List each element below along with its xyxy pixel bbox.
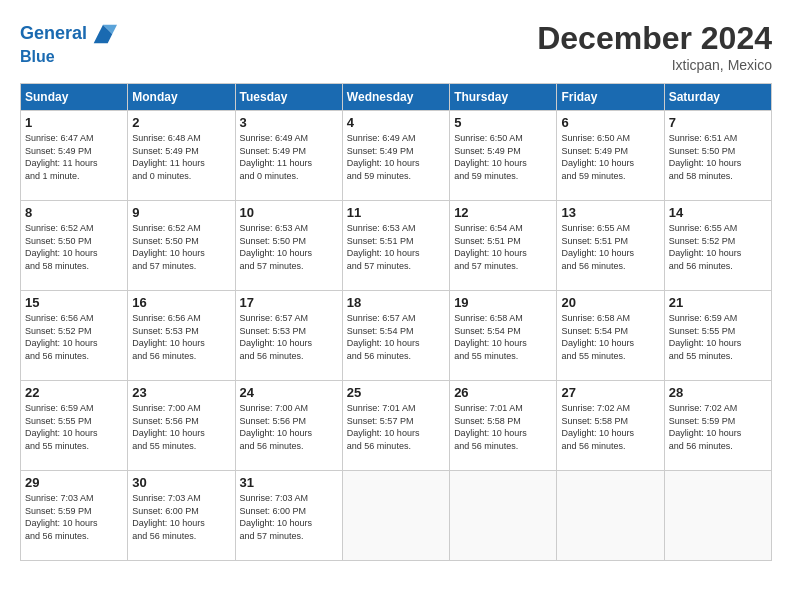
day-info: Sunrise: 6:59 AMSunset: 5:55 PMDaylight:…: [25, 402, 123, 452]
calendar-header-friday: Friday: [557, 84, 664, 111]
calendar-cell: [342, 471, 449, 561]
day-info: Sunrise: 6:50 AMSunset: 5:49 PMDaylight:…: [454, 132, 552, 182]
calendar-cell: 22Sunrise: 6:59 AMSunset: 5:55 PMDayligh…: [21, 381, 128, 471]
calendar-week-3: 15Sunrise: 6:56 AMSunset: 5:52 PMDayligh…: [21, 291, 772, 381]
day-number: 15: [25, 295, 123, 310]
day-number: 12: [454, 205, 552, 220]
day-info: Sunrise: 6:59 AMSunset: 5:55 PMDaylight:…: [669, 312, 767, 362]
day-info: Sunrise: 6:57 AMSunset: 5:54 PMDaylight:…: [347, 312, 445, 362]
day-info: Sunrise: 7:03 AMSunset: 6:00 PMDaylight:…: [132, 492, 230, 542]
day-info: Sunrise: 6:55 AMSunset: 5:52 PMDaylight:…: [669, 222, 767, 272]
day-number: 14: [669, 205, 767, 220]
day-info: Sunrise: 6:54 AMSunset: 5:51 PMDaylight:…: [454, 222, 552, 272]
calendar-cell: [557, 471, 664, 561]
day-info: Sunrise: 6:49 AMSunset: 5:49 PMDaylight:…: [240, 132, 338, 182]
calendar-week-2: 8Sunrise: 6:52 AMSunset: 5:50 PMDaylight…: [21, 201, 772, 291]
day-info: Sunrise: 7:03 AMSunset: 6:00 PMDaylight:…: [240, 492, 338, 542]
calendar-header-sunday: Sunday: [21, 84, 128, 111]
calendar-week-4: 22Sunrise: 6:59 AMSunset: 5:55 PMDayligh…: [21, 381, 772, 471]
day-number: 21: [669, 295, 767, 310]
calendar-cell: 13Sunrise: 6:55 AMSunset: 5:51 PMDayligh…: [557, 201, 664, 291]
day-info: Sunrise: 7:00 AMSunset: 5:56 PMDaylight:…: [240, 402, 338, 452]
day-number: 2: [132, 115, 230, 130]
calendar-cell: 18Sunrise: 6:57 AMSunset: 5:54 PMDayligh…: [342, 291, 449, 381]
day-number: 16: [132, 295, 230, 310]
calendar-cell: 9Sunrise: 6:52 AMSunset: 5:50 PMDaylight…: [128, 201, 235, 291]
calendar-header-tuesday: Tuesday: [235, 84, 342, 111]
day-number: 13: [561, 205, 659, 220]
day-info: Sunrise: 7:03 AMSunset: 5:59 PMDaylight:…: [25, 492, 123, 542]
calendar-cell: 30Sunrise: 7:03 AMSunset: 6:00 PMDayligh…: [128, 471, 235, 561]
calendar-cell: 19Sunrise: 6:58 AMSunset: 5:54 PMDayligh…: [450, 291, 557, 381]
day-number: 7: [669, 115, 767, 130]
logo-icon: [89, 20, 117, 48]
calendar-week-5: 29Sunrise: 7:03 AMSunset: 5:59 PMDayligh…: [21, 471, 772, 561]
day-number: 27: [561, 385, 659, 400]
day-number: 23: [132, 385, 230, 400]
calendar-cell: 10Sunrise: 6:53 AMSunset: 5:50 PMDayligh…: [235, 201, 342, 291]
calendar-header-wednesday: Wednesday: [342, 84, 449, 111]
month-title: December 2024: [537, 20, 772, 57]
day-info: Sunrise: 6:58 AMSunset: 5:54 PMDaylight:…: [454, 312, 552, 362]
title-area: December 2024 Ixticpan, Mexico: [537, 20, 772, 73]
calendar-cell: [450, 471, 557, 561]
calendar-cell: 5Sunrise: 6:50 AMSunset: 5:49 PMDaylight…: [450, 111, 557, 201]
calendar-header-row: SundayMondayTuesdayWednesdayThursdayFrid…: [21, 84, 772, 111]
calendar-cell: 6Sunrise: 6:50 AMSunset: 5:49 PMDaylight…: [557, 111, 664, 201]
day-number: 11: [347, 205, 445, 220]
calendar-cell: 31Sunrise: 7:03 AMSunset: 6:00 PMDayligh…: [235, 471, 342, 561]
calendar-cell: 20Sunrise: 6:58 AMSunset: 5:54 PMDayligh…: [557, 291, 664, 381]
calendar-cell: 17Sunrise: 6:57 AMSunset: 5:53 PMDayligh…: [235, 291, 342, 381]
calendar-header-saturday: Saturday: [664, 84, 771, 111]
day-info: Sunrise: 6:48 AMSunset: 5:49 PMDaylight:…: [132, 132, 230, 182]
logo-text: General: [20, 24, 87, 44]
day-number: 25: [347, 385, 445, 400]
day-number: 3: [240, 115, 338, 130]
calendar-cell: 1Sunrise: 6:47 AMSunset: 5:49 PMDaylight…: [21, 111, 128, 201]
header: General Blue December 2024 Ixticpan, Mex…: [20, 20, 772, 73]
day-number: 22: [25, 385, 123, 400]
calendar-cell: 11Sunrise: 6:53 AMSunset: 5:51 PMDayligh…: [342, 201, 449, 291]
calendar-cell: 4Sunrise: 6:49 AMSunset: 5:49 PMDaylight…: [342, 111, 449, 201]
day-number: 28: [669, 385, 767, 400]
calendar-week-1: 1Sunrise: 6:47 AMSunset: 5:49 PMDaylight…: [21, 111, 772, 201]
day-info: Sunrise: 7:02 AMSunset: 5:58 PMDaylight:…: [561, 402, 659, 452]
day-number: 10: [240, 205, 338, 220]
calendar-cell: 2Sunrise: 6:48 AMSunset: 5:49 PMDaylight…: [128, 111, 235, 201]
calendar-body: 1Sunrise: 6:47 AMSunset: 5:49 PMDaylight…: [21, 111, 772, 561]
calendar-header-monday: Monday: [128, 84, 235, 111]
day-number: 6: [561, 115, 659, 130]
day-info: Sunrise: 6:55 AMSunset: 5:51 PMDaylight:…: [561, 222, 659, 272]
calendar-cell: 15Sunrise: 6:56 AMSunset: 5:52 PMDayligh…: [21, 291, 128, 381]
day-number: 5: [454, 115, 552, 130]
calendar-cell: 21Sunrise: 6:59 AMSunset: 5:55 PMDayligh…: [664, 291, 771, 381]
day-info: Sunrise: 7:01 AMSunset: 5:57 PMDaylight:…: [347, 402, 445, 452]
calendar-cell: 7Sunrise: 6:51 AMSunset: 5:50 PMDaylight…: [664, 111, 771, 201]
day-info: Sunrise: 7:00 AMSunset: 5:56 PMDaylight:…: [132, 402, 230, 452]
day-number: 9: [132, 205, 230, 220]
calendar-cell: 24Sunrise: 7:00 AMSunset: 5:56 PMDayligh…: [235, 381, 342, 471]
calendar-cell: 8Sunrise: 6:52 AMSunset: 5:50 PMDaylight…: [21, 201, 128, 291]
day-info: Sunrise: 6:52 AMSunset: 5:50 PMDaylight:…: [25, 222, 123, 272]
day-info: Sunrise: 6:58 AMSunset: 5:54 PMDaylight:…: [561, 312, 659, 362]
day-info: Sunrise: 7:01 AMSunset: 5:58 PMDaylight:…: [454, 402, 552, 452]
calendar-cell: 3Sunrise: 6:49 AMSunset: 5:49 PMDaylight…: [235, 111, 342, 201]
day-info: Sunrise: 6:53 AMSunset: 5:51 PMDaylight:…: [347, 222, 445, 272]
day-info: Sunrise: 6:49 AMSunset: 5:49 PMDaylight:…: [347, 132, 445, 182]
day-number: 17: [240, 295, 338, 310]
logo-blue-text: Blue: [20, 48, 117, 66]
day-info: Sunrise: 6:56 AMSunset: 5:52 PMDaylight:…: [25, 312, 123, 362]
calendar-cell: [664, 471, 771, 561]
calendar-cell: 27Sunrise: 7:02 AMSunset: 5:58 PMDayligh…: [557, 381, 664, 471]
day-info: Sunrise: 6:53 AMSunset: 5:50 PMDaylight:…: [240, 222, 338, 272]
day-info: Sunrise: 7:02 AMSunset: 5:59 PMDaylight:…: [669, 402, 767, 452]
day-number: 19: [454, 295, 552, 310]
day-info: Sunrise: 6:51 AMSunset: 5:50 PMDaylight:…: [669, 132, 767, 182]
calendar-cell: 28Sunrise: 7:02 AMSunset: 5:59 PMDayligh…: [664, 381, 771, 471]
calendar-cell: 26Sunrise: 7:01 AMSunset: 5:58 PMDayligh…: [450, 381, 557, 471]
day-number: 18: [347, 295, 445, 310]
day-info: Sunrise: 6:52 AMSunset: 5:50 PMDaylight:…: [132, 222, 230, 272]
calendar-cell: 16Sunrise: 6:56 AMSunset: 5:53 PMDayligh…: [128, 291, 235, 381]
calendar-cell: 12Sunrise: 6:54 AMSunset: 5:51 PMDayligh…: [450, 201, 557, 291]
calendar-cell: 14Sunrise: 6:55 AMSunset: 5:52 PMDayligh…: [664, 201, 771, 291]
